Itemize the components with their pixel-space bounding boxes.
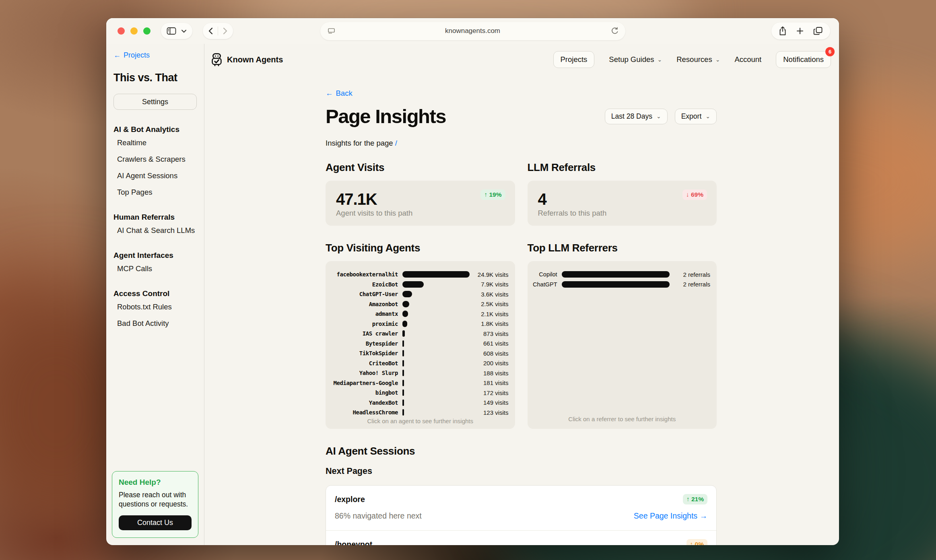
bar-row-yandexbot[interactable]: YandexBot149 visits <box>326 398 515 408</box>
bar-label: YandexBot <box>329 399 398 406</box>
bar-row-chatgpt[interactable]: ChatGPT2 referrals <box>528 280 717 290</box>
chevron-down-icon: ⌄ <box>705 113 710 119</box>
forward-button[interactable] <box>223 27 227 35</box>
help-title: Need Help? <box>119 478 192 487</box>
minimize-button[interactable] <box>130 27 138 35</box>
fullscreen-button[interactable] <box>143 27 151 35</box>
reload-icon[interactable] <box>610 26 619 35</box>
bar-row-bingbot[interactable]: bingbot172 visits <box>326 388 515 398</box>
sidebar-item-top-pages[interactable]: Top Pages <box>117 185 197 200</box>
nav-item-account[interactable]: Account <box>734 55 761 64</box>
stat-section-heading: LLM Referrals <box>528 161 717 174</box>
sidebar-section-heading: Human Referrals <box>113 213 197 222</box>
close-button[interactable] <box>118 27 125 35</box>
brand[interactable]: Known Agents <box>211 53 283 66</box>
chart-card-top-llm-referrers: Copilot2 referralsChatGPT2 referralsClic… <box>528 261 717 429</box>
date-range-dropdown[interactable]: Last 28 Days ⌄ <box>605 109 668 124</box>
sidebar-item-ai-agent-sessions[interactable]: AI Agent Sessions <box>117 168 197 183</box>
bar-row-bytespider[interactable]: Bytespider661 visits <box>326 339 515 349</box>
next-page-row-top: /honeypot↑ 0% <box>335 539 707 545</box>
bar-row-facebookexternalhit[interactable]: facebookexternalhit24.9K visits <box>326 270 515 280</box>
bar-value: 149 visits <box>474 399 509 406</box>
sidebar-back-label: Projects <box>124 51 150 60</box>
nav-item-setup-guides[interactable]: Setup Guides⌄ <box>609 55 662 64</box>
chart-section-heading: Top LLM Referrers <box>528 242 717 254</box>
sidebar-back-link[interactable]: ← Projects <box>113 51 150 60</box>
chart-column-top-llm-referrers: Top LLM ReferrersCopilot2 referralsChatG… <box>528 242 717 429</box>
bar-row-ias-crawler[interactable]: IAS crawler873 visits <box>326 329 515 339</box>
browser-toolbar: knownagents.com <box>106 18 839 44</box>
subtitle-path-link[interactable]: / <box>395 139 397 147</box>
bar-label: admantx <box>329 311 398 317</box>
settings-button[interactable]: Settings <box>113 94 197 110</box>
tabs-icon <box>813 27 823 35</box>
bar-label: bingbot <box>329 389 398 396</box>
sidebar-item-realtime[interactable]: Realtime <box>117 135 197 150</box>
bar-row-criteobot[interactable]: CriteoBot200 visits <box>326 358 515 369</box>
bar-row-headlesschrome[interactable]: HeadlessChrome123 visits <box>326 408 515 418</box>
sidebar-toggle-button[interactable] <box>167 27 176 35</box>
nav-item-projects[interactable]: Projects <box>553 51 595 68</box>
bar-track <box>402 330 470 337</box>
next-page-path: /honeypot <box>335 540 372 546</box>
bar-row-yahoo-slurp[interactable]: Yahoo! Slurp188 visits <box>326 368 515 378</box>
charts-grid: Top Visiting Agentsfacebookexternalhit24… <box>326 242 717 429</box>
traffic-lights <box>118 27 151 35</box>
sidebar-toggle-icon <box>167 27 176 35</box>
sidebar-item-bad-bot-activity[interactable]: Bad Bot Activity <box>117 316 197 331</box>
bar <box>402 291 412 297</box>
nav-item-label: Notifications <box>783 55 824 64</box>
bar-row-mediapartners-google[interactable]: Mediapartners-Google181 visits <box>326 378 515 388</box>
bar-row-chatgpt-user[interactable]: ChatGPT-User3.6K visits <box>326 289 515 299</box>
stat-card-agent-visits[interactable]: 47.1K↑ 19%Agent visits to this path <box>326 181 515 226</box>
nav-item-label: Projects <box>561 55 588 64</box>
bar <box>402 360 404 366</box>
chart-section-heading: Top Visiting Agents <box>326 242 515 254</box>
bar-row-ezoicbot[interactable]: EzoicBot7.9K visits <box>326 280 515 290</box>
bar-track <box>402 360 470 366</box>
back-button[interactable] <box>208 27 213 35</box>
sidebar-item-mcp-calls[interactable]: MCP Calls <box>117 261 197 276</box>
tabs-overview-button[interactable] <box>813 27 823 35</box>
sidebar-menu-chevron-button[interactable] <box>181 29 187 33</box>
chart-footer-hint: Click on a referrer to see further insig… <box>528 416 717 422</box>
see-page-insights-link[interactable]: See Page Insights → <box>634 511 707 521</box>
bar-value: 188 visits <box>474 370 509 377</box>
export-dropdown[interactable]: Export ⌄ <box>675 109 717 124</box>
new-tab-button[interactable] <box>796 27 804 35</box>
bar-row-proximic[interactable]: proximic1.8K visits <box>326 319 515 329</box>
bar-label: facebookexternalhit <box>329 271 398 278</box>
brand-label: Known Agents <box>227 55 283 64</box>
stat-column-agent-visits: Agent Visits47.1K↑ 19%Agent visits to th… <box>326 161 515 226</box>
page-content: ← Back Page Insights Last 28 Days ⌄ Expo… <box>326 68 717 545</box>
bar-row-tiktokspider[interactable]: TikTokSpider608 visits <box>326 348 515 358</box>
url-text[interactable]: knownagents.com <box>320 27 625 35</box>
delta-badge: ↑ 19% <box>480 189 505 200</box>
reader-icon[interactable] <box>327 27 336 35</box>
bar-track <box>402 321 470 327</box>
header-controls: Last 28 Days ⌄ Export ⌄ <box>605 109 717 124</box>
stat-card-llm-referrals[interactable]: 4↓ 69%Referrals to this path <box>528 181 717 226</box>
next-page-row-honeypot: /honeypot↑ 0%5% navigated here nextSee P… <box>326 530 716 545</box>
address-bar[interactable]: knownagents.com <box>320 22 625 40</box>
nav-item-notifications[interactable]: Notifications6 <box>776 51 831 68</box>
stat-value: 47.1K <box>336 190 505 208</box>
plus-icon <box>796 27 804 35</box>
bar-track <box>402 389 470 396</box>
sidebar-toggle-group <box>161 23 192 39</box>
contact-us-button[interactable]: Contact Us <box>119 515 192 530</box>
primary-nav: ProjectsSetup Guides⌄Resources⌄AccountNo… <box>553 51 831 68</box>
bar-row-amazonbot[interactable]: Amazonbot2.5K visits <box>326 299 515 309</box>
stat-section-heading: Agent Visits <box>326 161 515 174</box>
bar-row-admantx[interactable]: admantx2.1K visits <box>326 309 515 319</box>
chart-column-top-visiting-agents: Top Visiting Agentsfacebookexternalhit24… <box>326 242 515 429</box>
bar-label: Copilot <box>531 271 557 278</box>
sidebar-item-crawlers-scrapers[interactable]: Crawlers & Scrapers <box>117 152 197 167</box>
nav-item-resources[interactable]: Resources⌄ <box>676 55 720 64</box>
page-back-link[interactable]: ← Back <box>326 89 353 98</box>
bar-row-copilot[interactable]: Copilot2 referrals <box>528 270 717 280</box>
sidebar-item-ai-chat-search-llms[interactable]: AI Chat & Search LLMs <box>117 223 197 238</box>
share-button[interactable] <box>779 26 787 36</box>
bar <box>402 399 404 406</box>
sidebar-item-robots-txt-rules[interactable]: Robots.txt Rules <box>117 299 197 315</box>
